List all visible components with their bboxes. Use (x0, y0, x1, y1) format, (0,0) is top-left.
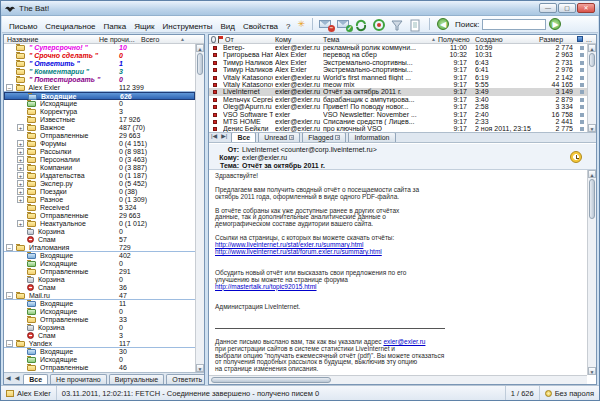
folder-row[interactable]: Исходящие 0 (4, 308, 195, 316)
folder-row[interactable]: Спам 36 (4, 284, 195, 292)
message-row[interactable]: Денис Бейкли exler@exler.ru про ключный … (209, 125, 587, 132)
folder-tab[interactable]: Все (23, 374, 48, 384)
col-subject[interactable]: Тема (323, 35, 339, 44)
message-row[interactable]: Тимур Наликов Alex Exler Экстремально-сп… (209, 66, 587, 73)
folder-row[interactable]: + Важное 487 (70) (4, 124, 195, 132)
folder-row[interactable]: + Издательства 0 (1 187) (4, 172, 195, 180)
message-row[interactable]: Ветер- exler@exler.ru рекламный ролик ко… (209, 44, 587, 51)
folder-row[interactable]: " Суперсрочно! " 10 (4, 44, 195, 52)
menu-item[interactable]: Ящик (130, 21, 158, 32)
folder-row[interactable]: + Персоналии 0 (3 463) (4, 156, 195, 164)
folder-row[interactable]: + Компании 0 (3 887) (4, 164, 195, 172)
preview-hscrollbar[interactable] (209, 375, 587, 384)
get-mail-button[interactable]: − (318, 18, 334, 31)
list-column-header[interactable]: От Кому Тема ▲ Получено Создано Размер .… (209, 35, 596, 44)
folder-tab[interactable]: Виртуальные (109, 374, 164, 384)
folder-row[interactable]: Входящие 30 (4, 348, 195, 356)
folder-row[interactable]: Корзина 0 (4, 324, 195, 332)
folder-row[interactable]: Входящие 626 (4, 92, 195, 100)
expander-icon[interactable]: + (17, 164, 24, 171)
expander-icon[interactable]: − (6, 340, 13, 347)
folder-row[interactable]: Спам 3 (4, 332, 195, 340)
maximize-button[interactable]: ▢ (558, 3, 576, 13)
body-link[interactable]: http://www.liveinternet.ru/stat/forum.ex… (215, 248, 382, 255)
folder-row[interactable]: Известные 17 926 (4, 116, 195, 124)
message-row[interactable]: MTS HOME exler@exler.ru Списание средств… (209, 118, 587, 125)
message-row[interactable]: Мельчук Сергей exler@exler.ru барабанщик… (209, 96, 587, 103)
col-created[interactable]: Создано (475, 35, 503, 44)
menu-item[interactable]: Письмо (5, 21, 41, 32)
folder-row[interactable]: + Неактуальное 0 (1 012) (4, 220, 195, 228)
scroll-thumb[interactable] (211, 377, 331, 383)
folder-row[interactable]: Отправленные 33 (4, 316, 195, 324)
col-to[interactable]: Кому (275, 35, 291, 44)
folder-tab[interactable]: Не прочитано (50, 374, 107, 384)
message-row[interactable]: Oleg@Apurn.ru exler@exler.ru Привет! По … (209, 103, 587, 110)
col-from[interactable]: От (225, 35, 234, 44)
folder-row[interactable]: − Alex Exler 112 399 (4, 84, 195, 92)
tabs-next-icon[interactable]: ▶| (219, 132, 229, 142)
col-unread[interactable]: Не прочи... (99, 35, 135, 44)
scroll-thumb[interactable] (197, 53, 203, 75)
scroll-up-icon[interactable]: ▲ (588, 44, 596, 52)
list-scrollbar[interactable]: ▲ ▼ (587, 44, 596, 132)
folder-row[interactable]: Отправленные 29 663 (4, 132, 195, 140)
message-row[interactable]: Григорьева Нат... Alex Exler перевод на … (209, 51, 587, 58)
check-mail-button[interactable]: ✓ (336, 18, 352, 31)
folder-row[interactable]: − Италомания 729 (4, 244, 195, 252)
expander-icon[interactable]: + (17, 140, 24, 147)
folder-row[interactable]: + Экслер.ру 0 (5 452) (4, 180, 195, 188)
folder-tab[interactable]: Ответить (166, 374, 204, 384)
folder-row[interactable]: + Форумы 0 (4 151) (4, 140, 195, 148)
view-tab[interactable]: Unread ✕ (258, 132, 300, 142)
tabs-prev-icon[interactable]: ◀ (13, 373, 22, 384)
menu-item[interactable]: ? (282, 21, 294, 32)
flag-column-icon[interactable] (218, 36, 224, 43)
expander-icon[interactable]: + (17, 124, 24, 131)
menu-item[interactable]: Вид (216, 21, 238, 32)
expander-icon[interactable]: − (6, 244, 13, 251)
expander-icon[interactable]: + (17, 172, 24, 179)
tree-column-header[interactable]: Название Не прочи... Всего ▲ (4, 35, 204, 44)
view-tab[interactable]: Flagged ✕ (302, 132, 346, 142)
col-more[interactable]: ... (586, 35, 592, 44)
tab-close-icon[interactable]: ✕ (335, 135, 340, 140)
message-row[interactable]: LiveInternet exler@exler.ru Отчёт за окт… (209, 88, 587, 95)
scroll-up-icon[interactable]: ▲ (588, 170, 596, 178)
folder-row[interactable]: − Yandex 117 (4, 340, 195, 348)
folder-row[interactable]: Входящие 402 (4, 252, 195, 260)
folder-row[interactable]: + Поездки 0 (38) (4, 188, 195, 196)
refresh-icon[interactable] (354, 18, 370, 31)
clock-icon[interactable] (570, 151, 582, 163)
folder-row[interactable]: " Срочно сделать " 0 (4, 52, 195, 60)
scroll-up-icon[interactable]: ▲ (196, 44, 204, 52)
minimize-button[interactable]: — (539, 3, 557, 13)
expander-icon[interactable]: + (17, 156, 24, 163)
scroll-down-icon[interactable]: ▼ (588, 367, 596, 375)
folder-row[interactable]: − Mail.ru 47 (4, 292, 195, 300)
tree-scrollbar[interactable]: ▲ ▼ (195, 44, 204, 372)
folder-row[interactable]: Received 5 324 (4, 204, 195, 212)
more-column-icon[interactable] (577, 36, 583, 42)
message-row[interactable]: VSO Software Team exler VSO Newsletter: … (209, 111, 587, 118)
close-button[interactable]: ✕ (577, 3, 595, 13)
tabs-first-icon[interactable]: |◀ (4, 372, 13, 384)
col-total[interactable]: Всего (141, 35, 159, 44)
expander-icon[interactable]: + (17, 148, 24, 155)
view-tab[interactable]: Information (348, 132, 395, 142)
search-next-button[interactable]: ▶ (549, 18, 561, 30)
filter-icon[interactable] (390, 18, 406, 31)
expander-icon[interactable]: + (17, 220, 24, 227)
notes-icon[interactable] (408, 18, 424, 31)
view-tab[interactable]: Все (231, 132, 256, 142)
expander-icon[interactable]: − (6, 292, 13, 299)
search-input[interactable] (482, 19, 546, 30)
folder-row[interactable]: Исходящие 0 (4, 356, 195, 364)
col-received[interactable]: Получено (438, 35, 470, 44)
col-name[interactable]: Название (7, 35, 38, 44)
folder-row[interactable]: Отправленные 29 663 (4, 212, 195, 220)
folder-row[interactable]: Входящие 11 (4, 300, 195, 308)
expander-icon[interactable]: − (6, 84, 13, 91)
attachment-column-icon[interactable] (211, 36, 216, 43)
folder-row[interactable]: + Разное 0 (1 309) (4, 196, 195, 204)
